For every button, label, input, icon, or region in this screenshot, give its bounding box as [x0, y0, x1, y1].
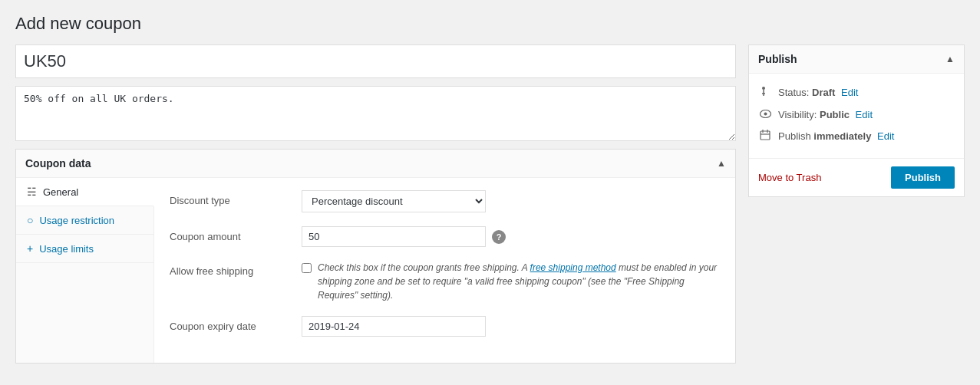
free-shipping-control: Check this box if the coupon grants free… — [302, 261, 720, 302]
visibility-icon — [758, 108, 772, 120]
coupon-expiry-control — [302, 316, 720, 337]
coupon-data-panel: Coupon data ▲ ☵ General ○ Usage restrict… — [15, 149, 736, 364]
publish-button[interactable]: Publish — [891, 166, 955, 189]
publish-status-row: Status: Draft Edit — [758, 81, 955, 104]
publish-chevron-icon: ▲ — [945, 54, 955, 64]
coupon-amount-input[interactable] — [302, 226, 486, 247]
coupon-data-tabs: ☵ General ○ Usage restriction + Usage li… — [16, 178, 154, 363]
svg-point-0 — [762, 87, 765, 90]
coupon-fields: Discount type Percentage discount Fixed … — [154, 178, 735, 363]
coupon-description-textarea[interactable] — [15, 86, 736, 141]
status-edit-link[interactable]: Edit — [841, 87, 858, 98]
publish-visibility-text: Visibility: Public Edit — [778, 109, 955, 120]
status-label: Status: — [778, 87, 809, 98]
tab-usage-restriction[interactable]: ○ Usage restriction — [16, 206, 153, 235]
coupon-data-body: ☵ General ○ Usage restriction + Usage li… — [16, 178, 735, 363]
tab-usage-limits[interactable]: + Usage limits — [16, 235, 153, 263]
svg-rect-5 — [761, 131, 770, 140]
general-icon: ☵ — [27, 186, 37, 198]
publish-time-row: Publish immediately Edit — [758, 125, 955, 147]
publish-panel-title: Publish — [758, 53, 797, 65]
free-shipping-row: Allow free shipping Check this box if th… — [170, 261, 720, 302]
status-value: Draft — [812, 87, 835, 98]
discount-type-select[interactable]: Percentage discount Fixed cart discount … — [302, 190, 486, 212]
move-to-trash-link[interactable]: Move to Trash — [758, 172, 821, 183]
publish-visibility-row: Visibility: Public Edit — [758, 104, 955, 125]
publish-actions: Move to Trash Publish — [749, 158, 964, 196]
publish-time-edit-link[interactable]: Edit — [877, 130, 894, 142]
left-column: Coupon data ▲ ☵ General ○ Usage restrict… — [15, 44, 736, 364]
free-shipping-checkbox[interactable] — [302, 263, 312, 273]
right-column: Publish ▲ Status: Draft — [748, 44, 965, 197]
usage-limits-icon: + — [27, 242, 33, 255]
coupon-title-input[interactable] — [15, 44, 736, 78]
visibility-label: Visibility: — [778, 109, 817, 120]
discount-type-row: Discount type Percentage discount Fixed … — [170, 190, 720, 212]
tab-general-label: General — [43, 186, 78, 198]
usage-restriction-icon: ○ — [27, 214, 33, 226]
publish-time-label: Publish — [778, 130, 811, 142]
coupon-data-header[interactable]: Coupon data ▲ — [16, 150, 735, 178]
publish-status-text: Status: Draft Edit — [778, 87, 955, 98]
coupon-expiry-row: Coupon expiry date — [170, 316, 720, 337]
coupon-amount-help-icon[interactable]: ? — [492, 230, 506, 244]
coupon-data-title: Coupon data — [25, 157, 91, 169]
publish-time-value: immediately — [813, 130, 871, 142]
tab-usage-restriction-label: Usage restriction — [39, 215, 114, 226]
free-shipping-description: Check this box if the coupon grants free… — [318, 261, 720, 302]
free-shipping-method-link[interactable]: free shipping method — [530, 262, 616, 273]
visibility-edit-link[interactable]: Edit — [856, 109, 873, 120]
coupon-amount-control: ? — [302, 226, 720, 247]
coupon-expiry-label: Coupon expiry date — [170, 316, 292, 332]
coupon-amount-label: Coupon amount — [170, 226, 292, 242]
main-layout: Coupon data ▲ ☵ General ○ Usage restrict… — [15, 44, 965, 364]
visibility-value: Public — [820, 109, 850, 120]
publish-body: Status: Draft Edit Visibility: — [749, 74, 964, 155]
coupon-data-chevron: ▲ — [717, 158, 726, 169]
coupon-amount-row: Coupon amount ? — [170, 226, 720, 247]
publish-time-text: Publish immediately Edit — [778, 130, 955, 142]
tab-general[interactable]: ☵ General — [16, 178, 154, 206]
publish-header[interactable]: Publish ▲ — [749, 45, 964, 74]
publish-panel: Publish ▲ Status: Draft — [748, 44, 965, 197]
publish-time-icon — [758, 130, 772, 143]
discount-type-label: Discount type — [170, 190, 292, 206]
page-title: Add new coupon — [15, 14, 965, 34]
svg-point-4 — [764, 113, 767, 116]
tab-usage-limits-label: Usage limits — [39, 243, 94, 255]
free-shipping-label: Allow free shipping — [170, 261, 292, 277]
status-icon — [758, 86, 772, 99]
discount-type-control: Percentage discount Fixed cart discount … — [302, 190, 720, 212]
coupon-expiry-input[interactable] — [302, 316, 486, 337]
free-shipping-checkbox-wrap: Check this box if the coupon grants free… — [302, 261, 720, 302]
